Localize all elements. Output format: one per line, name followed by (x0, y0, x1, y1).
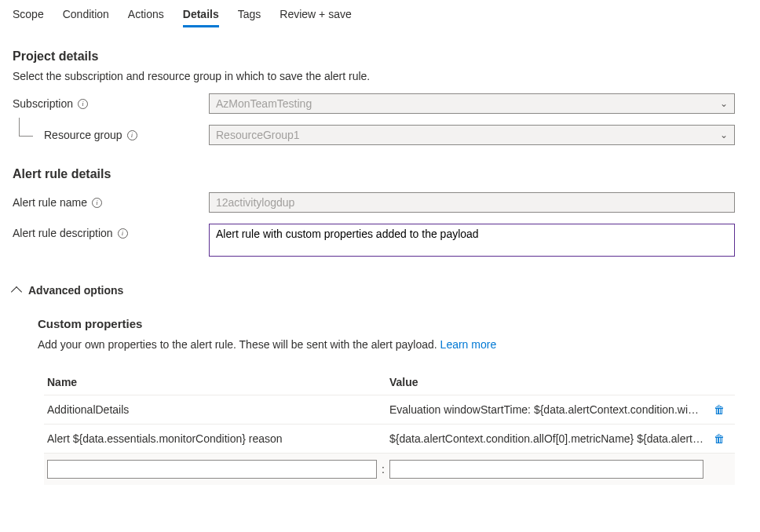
custom-properties-title: Custom properties (38, 317, 747, 330)
info-icon[interactable]: i (78, 99, 88, 109)
subscription-dropdown[interactable]: AzMonTeamTesting ⌄ (209, 93, 735, 114)
alert-rule-details-title: Alert rule details (13, 167, 747, 181)
project-details-desc: Select the subscription and resource gro… (13, 70, 747, 82)
property-name: Alert ${data.essentials.monitorCondition… (47, 432, 377, 445)
tree-connector (19, 118, 33, 137)
delete-icon[interactable]: 🗑 (703, 432, 735, 445)
learn-more-link[interactable]: Learn more (440, 338, 497, 351)
info-icon[interactable]: i (127, 130, 137, 140)
delete-icon[interactable]: 🗑 (703, 403, 735, 416)
column-header-name: Name (47, 376, 377, 388)
tab-actions[interactable]: Actions (128, 5, 164, 27)
subscription-value: AzMonTeamTesting (216, 97, 312, 110)
tab-bar: Scope Condition Actions Details Tags Rev… (13, 0, 747, 27)
resource-group-dropdown[interactable]: ResourceGroup1 ⌄ (209, 125, 735, 145)
rule-name-value: 12activitylogdup (216, 196, 294, 209)
subscription-label: Subscription (13, 97, 73, 110)
tab-condition[interactable]: Condition (63, 5, 109, 27)
new-property-row: : (44, 454, 735, 485)
new-property-name-input[interactable] (47, 460, 377, 479)
custom-properties-desc-text: Add your own properties to the alert rul… (38, 338, 440, 351)
project-details-title: Project details (13, 49, 747, 64)
column-header-value: Value (389, 376, 703, 388)
advanced-options-label: Advanced options (28, 284, 123, 297)
tab-scope[interactable]: Scope (13, 5, 44, 27)
colon-separator: : (377, 463, 389, 476)
property-value: Evaluation windowStartTime: ${data.alert… (389, 403, 703, 416)
tab-review[interactable]: Review + save (280, 5, 351, 27)
info-icon[interactable]: i (118, 228, 128, 239)
rule-name-input: 12activitylogdup (209, 192, 735, 213)
resource-group-value: ResourceGroup1 (216, 129, 300, 141)
info-icon[interactable]: i (92, 198, 102, 208)
property-name: AdditionalDetails (47, 403, 377, 416)
new-property-value-input[interactable] (389, 460, 703, 479)
resource-group-label: Resource group (44, 129, 122, 141)
custom-properties-table: Name Value AdditionalDetails Evaluation … (44, 370, 735, 485)
tab-details[interactable]: Details (183, 5, 219, 27)
table-row: AdditionalDetails Evaluation windowStart… (44, 395, 735, 425)
advanced-options-toggle[interactable]: Advanced options (13, 284, 747, 297)
chevron-down-icon: ⌄ (720, 98, 728, 109)
rule-description-input[interactable]: Alert rule with custom properties added … (209, 224, 735, 257)
custom-properties-desc: Add your own properties to the alert rul… (38, 338, 747, 351)
rule-name-label: Alert rule name (13, 196, 87, 209)
property-value: ${data.alertContext.condition.allOf[0].m… (389, 432, 703, 445)
tab-tags[interactable]: Tags (238, 5, 261, 27)
chevron-down-icon: ⌄ (720, 129, 728, 140)
chevron-up-icon (11, 286, 22, 297)
rule-desc-label: Alert rule description (13, 227, 113, 239)
table-row: Alert ${data.essentials.monitorCondition… (44, 425, 735, 454)
